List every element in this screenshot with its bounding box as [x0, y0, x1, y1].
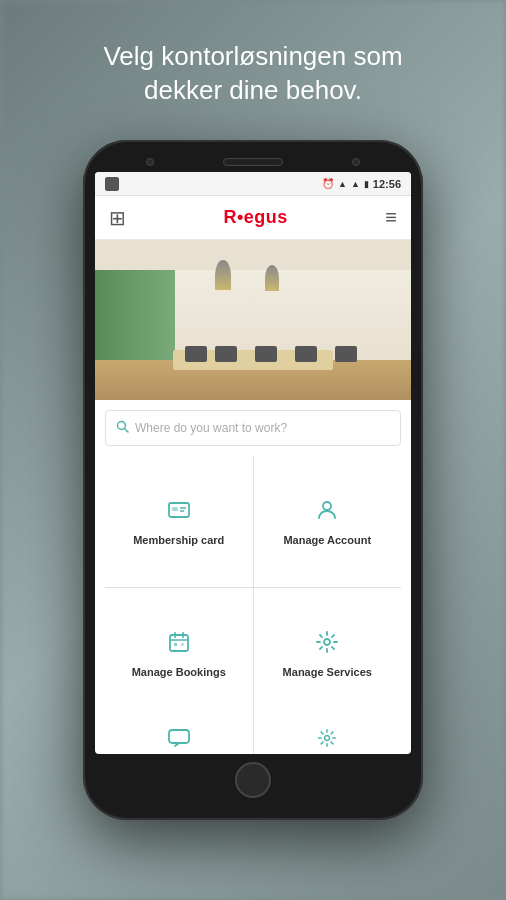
tile-manage-bookings-label: Manage Bookings: [132, 666, 226, 678]
chair-2: [215, 346, 237, 362]
svg-point-15: [325, 736, 330, 741]
svg-rect-14: [169, 730, 189, 743]
tile-manage-bookings[interactable]: Manage Bookings: [105, 588, 253, 719]
logo-rest: egus: [244, 207, 288, 227]
chair-5: [335, 346, 357, 362]
home-button[interactable]: [235, 762, 271, 798]
search-placeholder: Where do you want to work?: [135, 421, 287, 435]
phone-top-bezel: [91, 150, 415, 172]
chair-4: [295, 346, 317, 362]
membership-card-icon: [167, 498, 191, 528]
partial-bottom-row: [105, 718, 401, 754]
tile-manage-services[interactable]: Manage Services: [254, 588, 402, 719]
search-bar[interactable]: Where do you want to work?: [105, 410, 401, 446]
clock: 12:56: [373, 178, 401, 190]
search-icon: [116, 420, 129, 436]
lamp-2: [265, 265, 279, 291]
tiles-grid: Membership card Manage Account: [105, 456, 401, 718]
earpiece: [223, 158, 283, 166]
alarm-icon: ⏰: [322, 178, 334, 189]
signal-icon: ▲: [351, 179, 360, 189]
app-logo: R•egus: [224, 207, 288, 228]
tile-manage-account[interactable]: Manage Account: [254, 456, 402, 587]
hero-image: [95, 240, 411, 400]
front-camera: [146, 158, 154, 166]
svg-point-13: [324, 639, 330, 645]
chat-icon: [167, 728, 191, 754]
lamp-1: [215, 260, 231, 290]
settings-icon: [315, 728, 339, 754]
login-icon[interactable]: ⊞: [109, 206, 126, 230]
wall-right: [175, 270, 411, 360]
logo-dot: •: [237, 207, 244, 227]
headline: Velg kontorløsningen som dekker dine beh…: [0, 40, 506, 108]
manage-account-icon: [315, 498, 339, 528]
chair-1: [185, 346, 207, 362]
manage-services-icon: [315, 630, 339, 660]
tile-manage-services-label: Manage Services: [283, 666, 372, 678]
ceiling: [95, 240, 411, 270]
battery-icon: ▮: [364, 179, 369, 189]
status-bar-right: ⏰ ▲ ▲ ▮ 12:56: [322, 178, 401, 190]
tile-membership-card-label: Membership card: [133, 534, 224, 546]
wifi-icon: ▲: [338, 179, 347, 189]
tile-manage-account-label: Manage Account: [283, 534, 371, 546]
svg-point-6: [323, 502, 331, 510]
office-scene: [95, 240, 411, 400]
svg-line-1: [125, 429, 129, 433]
top-navbar: ⊞ R•egus ≡: [95, 196, 411, 240]
tile-settings[interactable]: [254, 718, 402, 754]
android-icon: [105, 177, 119, 191]
svg-rect-11: [174, 643, 177, 646]
status-bar: ⏰ ▲ ▲ ▮ 12:56: [95, 172, 411, 196]
logo-text: R: [224, 207, 238, 227]
phone-shell: ⏰ ▲ ▲ ▮ 12:56 ⊞ R•egus ≡: [83, 140, 423, 820]
svg-rect-3: [172, 507, 178, 511]
phone-bottom-bezel: [91, 754, 415, 810]
sensor: [352, 158, 360, 166]
tile-membership-card[interactable]: Membership card: [105, 456, 253, 587]
svg-rect-12: [181, 643, 184, 646]
hamburger-menu-icon[interactable]: ≡: [385, 206, 397, 229]
status-bar-left: [105, 177, 119, 191]
tile-chat[interactable]: [105, 718, 253, 754]
manage-bookings-icon: [167, 630, 191, 660]
chair-3: [255, 346, 277, 362]
phone-screen: ⏰ ▲ ▲ ▮ 12:56 ⊞ R•egus ≡: [95, 172, 411, 754]
svg-rect-7: [170, 635, 188, 651]
